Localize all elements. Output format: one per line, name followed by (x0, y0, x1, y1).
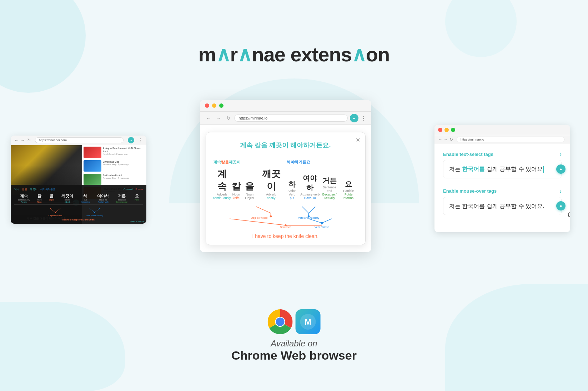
right-dot-yellow (444, 128, 449, 132)
yt-thumb-img-1 (84, 147, 101, 158)
highlighted-word-1: 한국어를 (462, 166, 485, 172)
browser-nav: ← → ↻ https://mirinae.io ● ⋮ (200, 112, 371, 125)
bg-decoration-tr (445, 0, 517, 57)
svg-text:Object Phrase: Object Phrase (251, 216, 267, 219)
yt-thumb-1: A day in Seoul market +HD Stereo Audio N… (84, 147, 145, 158)
left-browser-nav: ← → ↻ https://onechoi.com ● ⋮ (11, 136, 146, 145)
syntax-tree: Object Phrase Verb And Auxiliary Verb Ph… (213, 200, 358, 229)
word-gyesok: 계속 Adverb continuously (213, 168, 231, 200)
grammar-tags-row: 계속 칼을 깨끗이 해야하거든요. (213, 159, 358, 165)
main-browser: ← → ↻ https://mirinae.io ● ⋮ ✕ 계속 칼을 깨끗이… (200, 100, 371, 252)
right-nav-refresh[interactable]: ↻ (449, 137, 453, 142)
dark-expand-btn[interactable]: ↗ expand (123, 188, 132, 191)
tag-verb-group: 해야하거든요. (241, 159, 358, 165)
dark-syntax-tree: Object Phrase Verb And Auxiliary (14, 206, 143, 217)
dark-popup-actions: ↗ expand ✕ close (123, 188, 143, 191)
left-ext-btn[interactable]: ● (128, 137, 134, 143)
chrome-logo (268, 309, 293, 334)
dark-label-haeyahageodeunyo: 해야하거든요 (40, 188, 55, 191)
dark-word-yeoyaha-dark: 여야하 Have To Auxiliary verb (97, 193, 109, 203)
translation-text: I have to keep the knife clean. (213, 233, 358, 239)
svg-line-11 (230, 219, 286, 225)
nav-refresh[interactable]: ↻ (225, 115, 232, 122)
svg-line-4 (308, 207, 315, 213)
dark-label-kaleul: 칼을 (22, 188, 27, 191)
yt-thumb-info-3: Switzerland in 4K Rebecca Bice · 4 years… (103, 174, 129, 185)
dark-word-kkaekkosi-dark: 깨끗이 neatly Adverb (61, 193, 73, 203)
yt-thumb-img-2 (84, 160, 101, 172)
left-nav-forward[interactable]: → (21, 138, 25, 143)
toggle-btn-1[interactable]: ● (556, 164, 566, 174)
title-teal-3: ∧ (352, 43, 366, 66)
svg-point-15 (307, 215, 310, 218)
title-teal-2: ∧ (237, 43, 252, 66)
title-text-3: nae extens (252, 43, 352, 66)
right-browser-nav: ← → ↻ https://mirinae.io (434, 135, 570, 144)
url-bar[interactable]: https://mirinae.io (234, 115, 348, 122)
dark-label-kkaekkosi: 깨끗이 (30, 188, 37, 191)
word-yeoyaha: 여야하 Auxiliary verb Have To (300, 173, 320, 200)
more-button[interactable]: ⋮ (361, 115, 366, 122)
left-nav-back[interactable]: ← (14, 138, 19, 143)
feature-row-2: Enable mouse-over tags › 저는 한국어를 쉽게 공부할 … (443, 188, 562, 215)
popup-close[interactable]: ✕ (356, 137, 360, 143)
word-eul: 을 Noun Object (242, 180, 258, 200)
left-url-bar[interactable]: https://onechoi.com (35, 137, 124, 143)
feature-arrow-1[interactable]: › (560, 151, 562, 157)
title-text-4: on (366, 43, 390, 66)
yt-thumb-img-3 (84, 174, 101, 185)
extension-button[interactable]: ● (350, 114, 358, 122)
feature-label-1: Enable text-select tags › (443, 151, 562, 157)
feature-label-text-1: Enable text-select tags (443, 152, 493, 157)
svg-point-26 (276, 318, 285, 326)
yt-thumb-2: Christmas vlog Michelle Jung · 3 years a… (84, 160, 145, 172)
right-nav-forward[interactable]: → (444, 137, 448, 142)
nav-forward[interactable]: → (215, 115, 223, 122)
dark-word-eul: 을 Object (49, 193, 54, 203)
svg-point-14 (270, 215, 272, 218)
dark-close-btn[interactable]: ✕ close (135, 188, 143, 191)
dot-green (219, 103, 223, 108)
svg-line-3 (302, 207, 308, 213)
yt-thumb-3: Switzerland in 4K Rebecca Bice · 4 years… (84, 174, 145, 185)
svg-text:Verb And Auxiliary: Verb And Auxiliary (86, 214, 103, 217)
toggle-btn-2[interactable]: ● (556, 201, 566, 210)
dark-popup-col-labels: 계속 칼을 깨끗이 해야하거든요 (14, 188, 55, 191)
mouse-cursor-icon: 𝓒 (568, 210, 570, 218)
page-title: m∧r∧nae extens∧on (198, 43, 390, 66)
feature-display-1: 저는 한국어를 쉽게 공부할 수 있어요 ● (443, 160, 562, 178)
svg-text:Object Phrase: Object Phrase (49, 214, 62, 217)
dark-word-yo-dark: 요 Polite (135, 193, 139, 203)
word-kal: 칼 Noun knife (232, 180, 241, 200)
right-nav-back[interactable]: ← (438, 137, 442, 142)
tag-gyesok: 계속 (213, 159, 221, 165)
feature-arrow-2[interactable]: › (560, 188, 562, 194)
right-url-bar[interactable]: https://mirinae.io (457, 137, 564, 142)
bottom-section: M Available on Chrome Web browser (231, 309, 357, 362)
svg-line-18 (50, 208, 55, 213)
popup-overlay: ✕ 계속 칼을 깨끗이 해야하거든요. 계속 칼을 깨끗이 해야하거든요. (206, 132, 366, 245)
left-nav-refresh[interactable]: ↻ (27, 138, 31, 143)
korean-words-row: 계속 Adverb continuously 칼 Noun knife 을 No… (213, 168, 358, 200)
available-text: Available on Chrome Web browser (231, 339, 357, 362)
word-ha: 하 Action Verb put (285, 179, 300, 200)
text-cursor (543, 166, 544, 173)
svg-line-8 (322, 219, 332, 223)
dark-word-ha-dark: 하 put Action Verb (81, 193, 90, 203)
feature-display-2: 저는 한국어를 쉽게 공부할 수 있어요. ● 𝓒 (443, 197, 562, 215)
bg-decoration-br (445, 284, 588, 391)
right-dot-red (438, 128, 442, 132)
dark-translation: I have to keep the knife clean. (14, 218, 143, 221)
right-browser: ← → ↻ https://mirinae.io Enable text-sel… (434, 125, 570, 232)
nav-back[interactable]: ← (205, 115, 213, 122)
svg-line-22 (95, 208, 100, 213)
yt-thumb-info-2: Christmas vlog Michelle Jung · 3 years a… (103, 160, 129, 172)
dark-popup: 계속 칼을 깨끗이 해야하거든요 ↗ expand ✕ close 계속 con… (11, 185, 146, 224)
svg-line-21 (89, 208, 95, 213)
dark-open-btn[interactable]: ↗ open in explorer (130, 220, 144, 222)
yt-thumb-info-1: A day in Seoul market +HD Stereo Audio N… (103, 147, 145, 158)
left-more-btn[interactable]: ⋮ (138, 137, 143, 143)
right-browser-titlebar (434, 125, 570, 135)
right-dot-green (451, 128, 455, 132)
dark-label-gyesok: 계속 (14, 188, 19, 191)
